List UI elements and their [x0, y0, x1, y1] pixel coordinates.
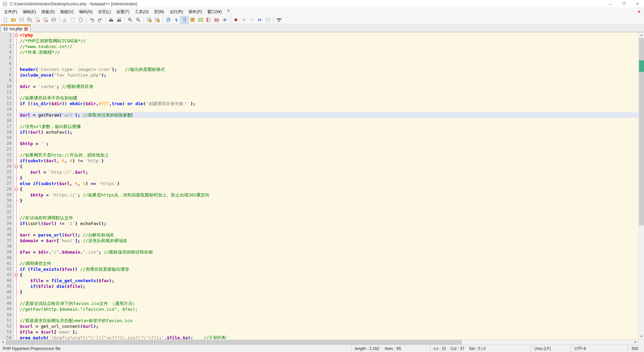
code-line-6[interactable]: 6 — [0, 61, 638, 67]
code-line-12[interactable]: 12//如果缓存目录不存在则创建 — [0, 95, 638, 101]
code-text[interactable] — [19, 244, 638, 249]
macro-record-icon[interactable] — [232, 16, 240, 24]
code-line-4[interactable]: 4//*作者:苏晓晴*// — [0, 49, 638, 55]
code-text[interactable]: //非法域名时调用默认文件 — [19, 215, 638, 221]
code-text[interactable]: $dir = 'cache'; //图标缓存目录 — [19, 84, 638, 89]
code-line-10[interactable]: 10$dir = 'cache'; //图标缓存目录 — [0, 84, 638, 89]
code-text[interactable] — [19, 226, 638, 232]
scroll-left-arrow[interactable]: ◄ — [0, 340, 6, 345]
document-list-icon[interactable] — [205, 16, 213, 24]
scroll-up-arrow[interactable]: ▲ — [639, 32, 644, 38]
code-line-43[interactable]: 43{ — [0, 272, 638, 278]
code-line-33[interactable]: 33//非法域名时调用默认文件 — [0, 215, 638, 221]
code-text[interactable]: include_once("fav_function.php"); — [19, 72, 638, 78]
show-all-characters-icon[interactable]: ¶ — [172, 16, 180, 24]
code-text[interactable]: //直接请求目标网址并匹配<meta>标签中的favion.ico — [19, 318, 638, 323]
scroll-down-arrow[interactable]: ▼ — [639, 334, 644, 339]
code-line-7[interactable]: 7header('Content-type: image/x-icon'); /… — [0, 67, 638, 72]
code-line-5[interactable]: 5 — [0, 55, 638, 61]
maximize-button[interactable]: ❐ — [617, 0, 631, 8]
new-file-icon[interactable] — [1, 16, 9, 24]
menu-item-7[interactable]: 工具(O) — [132, 8, 151, 16]
menu-item-8[interactable]: 宏(M) — [151, 8, 167, 16]
save-all-icon[interactable] — [25, 16, 34, 24]
code-text[interactable]: $file = file_get_contents($fav); — [19, 278, 638, 283]
fold-marker-collapse[interactable] — [14, 32, 19, 38]
code-text[interactable] — [19, 146, 638, 152]
code-line-45[interactable]: 45 if($file) die($file); — [0, 283, 638, 289]
code-text[interactable]: else if(substr($url, 0, 5) == 'https') — [19, 181, 638, 186]
code-text[interactable]: $url = 'http://'.$url; — [19, 169, 638, 175]
code-line-34[interactable]: 34if(isUrl($url) != '1') echoFav(); — [0, 221, 638, 226]
fold-marker-collapse[interactable] — [14, 164, 19, 169]
code-line-17[interactable]: 17//没有url参数，输出默认图像 — [0, 124, 638, 129]
code-text[interactable]: //直接尝试站点根目录下的favion.ico文件 （通用方法） — [19, 301, 638, 306]
code-text[interactable]: $http = 'https://'; //如果是https头，传到后面取图标时… — [19, 192, 638, 198]
code-text[interactable]: preg_match('|href\s*=\s*[\"\']([^<>]*?)\… — [19, 335, 638, 339]
show-indent-guide-icon[interactable] — [180, 16, 189, 24]
code-line-37[interactable]: 37$domain = $arr['host']; //没有头和尾的裸域名 — [0, 238, 638, 244]
code-text[interactable] — [19, 312, 638, 318]
macro-run-multiple-icon[interactable] — [256, 16, 264, 24]
code-text[interactable]: $http = ''; — [19, 141, 638, 146]
vertical-scrollbar[interactable]: ▲ ▼ — [638, 32, 644, 339]
macro-stop-icon[interactable] — [240, 16, 248, 24]
zoom-in-icon[interactable] — [126, 16, 134, 24]
code-line-29[interactable]: 29 $http = 'https://'; //如果是https头，传到后面取… — [0, 192, 638, 198]
code-line-26[interactable]: 26} — [0, 175, 638, 181]
code-text[interactable] — [19, 295, 638, 301]
folder-as-workspace-icon[interactable] — [213, 16, 221, 24]
code-line-14[interactable]: 14 — [0, 106, 638, 112]
document-map-icon[interactable] — [197, 16, 205, 24]
code-text[interactable]: <?php — [19, 32, 638, 38]
monitoring-icon[interactable] — [221, 16, 229, 24]
spell-check-icon[interactable]: ABC — [275, 16, 283, 24]
code-text[interactable]: $url = getParam('url'); //获取传过来的链接参数 — [19, 112, 638, 118]
code-text[interactable]: { — [19, 186, 638, 192]
code-text[interactable]: //getFav($http.$domain."/favicon.ico", $… — [19, 306, 638, 312]
code-line-9[interactable]: 9 — [0, 78, 638, 84]
code-text[interactable]: if(isUrl($url) != '1') echoFav(); — [19, 221, 638, 226]
menubar-close-icon[interactable]: ✕ — [634, 9, 644, 14]
code-text[interactable]: header('Content-type: image/x-icon'); //… — [19, 67, 638, 72]
code-text[interactable]: if(!$url) echoFav(); — [19, 129, 638, 135]
save-icon[interactable] — [17, 16, 25, 24]
horizontal-scroll-thumb[interactable] — [6, 340, 462, 345]
code-text[interactable]: //*作者:苏晓晴*// — [19, 49, 638, 55]
code-line-52[interactable]: 52$curl = get_url_content($url); — [0, 323, 638, 329]
menu-item-6[interactable]: 设置(T) — [114, 8, 132, 16]
code-text[interactable]: if (file_exists($fav)) //有缓存就直接输出缓存 — [19, 266, 638, 272]
menu-item-4[interactable]: 编码(N) — [76, 8, 95, 16]
menu-item-2[interactable]: 搜索(S) — [39, 8, 57, 16]
sync-horizontal-scroll-icon[interactable] — [153, 16, 161, 24]
menu-item-3[interactable]: 视图(V) — [57, 8, 76, 16]
code-line-41[interactable]: 41//调用缓存文件 — [0, 261, 638, 266]
code-text[interactable]: //调用缓存文件 — [19, 261, 638, 266]
tab-ico-php[interactable]: ico.php ✕ — [1, 25, 31, 32]
code-line-16[interactable]: 16 — [0, 118, 638, 124]
replace-icon[interactable] — [115, 16, 123, 24]
code-text[interactable]: //*www.toubiec.cn*// — [19, 44, 638, 49]
code-text[interactable]: //如果缓存目录不存在则创建 — [19, 95, 638, 101]
copy-icon[interactable] — [69, 16, 77, 24]
undo-icon[interactable] — [88, 16, 96, 24]
menu-item-5[interactable]: 语言(L) — [95, 8, 114, 16]
code-line-11[interactable]: 11 — [0, 89, 638, 95]
code-line-18[interactable]: 18if(!$url) echoFav(); — [0, 129, 638, 135]
code-text[interactable] — [19, 55, 638, 61]
tab-close-icon[interactable]: ✕ — [24, 27, 28, 31]
code-line-21[interactable]: 21 — [0, 146, 638, 152]
code-line-35[interactable]: 35 — [0, 226, 638, 232]
code-line-28[interactable]: 28{ — [0, 186, 638, 192]
code-text[interactable]: //没有url参数，输出默认图像 — [19, 124, 638, 129]
code-line-31[interactable]: 31 — [0, 204, 638, 209]
code-text[interactable] — [19, 255, 638, 261]
minimize-button[interactable]: — — [604, 0, 617, 8]
code-line-19[interactable]: 19 — [0, 135, 638, 141]
code-text[interactable]: if($file) die($file); — [19, 283, 638, 289]
redo-icon[interactable] — [96, 16, 104, 24]
print-icon[interactable] — [50, 16, 58, 24]
zoom-out-icon[interactable] — [134, 16, 142, 24]
menu-item-11[interactable]: 窗口(W) — [205, 8, 224, 16]
fold-marker-collapse[interactable] — [14, 186, 19, 192]
